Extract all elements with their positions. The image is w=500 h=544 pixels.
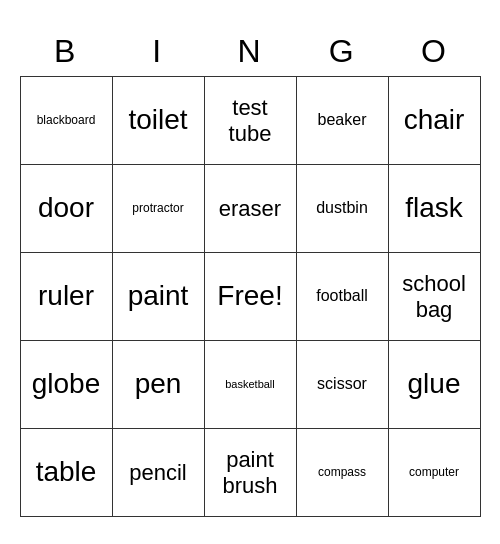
cell-r1-c4: flask — [388, 165, 480, 253]
cell-r4-c1: pencil — [112, 429, 204, 517]
header-o: O — [388, 27, 480, 76]
cell-r3-c1: pen — [112, 341, 204, 429]
cell-r0-c3: beaker — [296, 77, 388, 165]
cell-r3-c0: globe — [20, 341, 112, 429]
cell-r0-c4: chair — [388, 77, 480, 165]
cell-r3-c4: glue — [388, 341, 480, 429]
cell-r0-c1: toilet — [112, 77, 204, 165]
bingo-header: B I N G O — [20, 27, 481, 76]
cell-r2-c3: football — [296, 253, 388, 341]
cell-r2-c2: Free! — [204, 253, 296, 341]
cell-r2-c0: ruler — [20, 253, 112, 341]
cell-r1-c2: eraser — [204, 165, 296, 253]
cell-r1-c3: dustbin — [296, 165, 388, 253]
cell-r0-c2: testtube — [204, 77, 296, 165]
cell-r4-c4: computer — [388, 429, 480, 517]
header-g: G — [296, 27, 388, 76]
cell-r4-c3: compass — [296, 429, 388, 517]
cell-r3-c2: basketball — [204, 341, 296, 429]
cell-r0-c0: blackboard — [20, 77, 112, 165]
cell-r1-c0: door — [20, 165, 112, 253]
header-n: N — [204, 27, 296, 76]
bingo-grid: blackboardtoilettesttubebeakerchairdoorp… — [20, 76, 481, 517]
cell-r4-c2: paintbrush — [204, 429, 296, 517]
cell-r2-c4: schoolbag — [388, 253, 480, 341]
header-i: I — [112, 27, 204, 76]
cell-r4-c0: table — [20, 429, 112, 517]
header-b: B — [20, 27, 112, 76]
cell-r3-c3: scissor — [296, 341, 388, 429]
cell-r2-c1: paint — [112, 253, 204, 341]
cell-r1-c1: protractor — [112, 165, 204, 253]
